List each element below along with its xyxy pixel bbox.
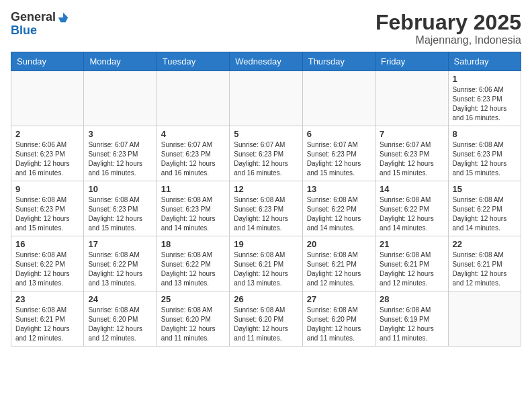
day-info: Sunrise: 6:08 AM Sunset: 6:23 PM Dayligh… xyxy=(161,195,225,233)
calendar-cell: 20Sunrise: 6:08 AM Sunset: 6:21 PM Dayli… xyxy=(302,236,375,291)
day-number: 27 xyxy=(307,294,371,304)
calendar-cell: 23Sunrise: 6:08 AM Sunset: 6:21 PM Dayli… xyxy=(11,291,84,347)
day-info: Sunrise: 6:08 AM Sunset: 6:22 PM Dayligh… xyxy=(88,250,152,288)
day-info: Sunrise: 6:08 AM Sunset: 6:22 PM Dayligh… xyxy=(307,195,371,233)
day-number: 28 xyxy=(380,294,443,304)
calendar-cell: 14Sunrise: 6:08 AM Sunset: 6:22 PM Dayli… xyxy=(375,181,448,236)
day-info: Sunrise: 6:07 AM Sunset: 6:23 PM Dayligh… xyxy=(380,140,443,178)
day-info: Sunrise: 6:08 AM Sunset: 6:20 PM Dayligh… xyxy=(88,306,152,343)
day-info: Sunrise: 6:08 AM Sunset: 6:22 PM Dayligh… xyxy=(453,195,517,233)
calendar-cell xyxy=(157,71,229,126)
day-number: 25 xyxy=(161,294,225,304)
day-info: Sunrise: 6:08 AM Sunset: 6:23 PM Dayligh… xyxy=(88,195,152,233)
calendar-cell: 19Sunrise: 6:08 AM Sunset: 6:21 PM Dayli… xyxy=(230,236,302,291)
calendar-cell: 2Sunrise: 6:06 AM Sunset: 6:23 PM Daylig… xyxy=(11,126,84,181)
calendar-cell xyxy=(375,71,448,126)
calendar-week-row: 9Sunrise: 6:08 AM Sunset: 6:23 PM Daylig… xyxy=(11,181,521,236)
logo: General Blue xyxy=(11,11,69,38)
calendar-table: SundayMondayTuesdayWednesdayThursdayFrid… xyxy=(11,52,521,347)
calendar-cell: 11Sunrise: 6:08 AM Sunset: 6:23 PM Dayli… xyxy=(157,181,229,236)
calendar-week-row: 23Sunrise: 6:08 AM Sunset: 6:21 PM Dayli… xyxy=(11,291,521,347)
day-number: 4 xyxy=(161,129,225,139)
calendar-cell xyxy=(302,71,375,126)
day-info: Sunrise: 6:07 AM Sunset: 6:23 PM Dayligh… xyxy=(307,140,371,178)
calendar-cell: 27Sunrise: 6:08 AM Sunset: 6:20 PM Dayli… xyxy=(302,291,375,347)
calendar-cell: 8Sunrise: 6:08 AM Sunset: 6:23 PM Daylig… xyxy=(448,126,521,181)
day-info: Sunrise: 6:08 AM Sunset: 6:21 PM Dayligh… xyxy=(380,250,443,288)
day-number: 26 xyxy=(234,294,298,304)
calendar-cell: 6Sunrise: 6:07 AM Sunset: 6:23 PM Daylig… xyxy=(302,126,375,181)
calendar-cell: 12Sunrise: 6:08 AM Sunset: 6:23 PM Dayli… xyxy=(230,181,302,236)
calendar-cell: 21Sunrise: 6:08 AM Sunset: 6:21 PM Dayli… xyxy=(375,236,448,291)
day-info: Sunrise: 6:08 AM Sunset: 6:20 PM Dayligh… xyxy=(234,306,298,343)
calendar-cell: 16Sunrise: 6:08 AM Sunset: 6:22 PM Dayli… xyxy=(11,236,84,291)
day-info: Sunrise: 6:06 AM Sunset: 6:23 PM Dayligh… xyxy=(15,140,79,178)
location-title: Majennang, Indonesia xyxy=(375,34,521,46)
calendar-week-row: 2Sunrise: 6:06 AM Sunset: 6:23 PM Daylig… xyxy=(11,126,521,181)
day-number: 7 xyxy=(380,129,443,139)
weekday-header-saturday: Saturday xyxy=(448,52,521,71)
day-number: 18 xyxy=(161,239,225,249)
day-info: Sunrise: 6:08 AM Sunset: 6:23 PM Dayligh… xyxy=(234,195,298,233)
weekday-header-row: SundayMondayTuesdayWednesdayThursdayFrid… xyxy=(11,52,521,71)
day-number: 20 xyxy=(307,239,371,249)
month-title: February 2025 xyxy=(375,11,521,34)
calendar-cell: 3Sunrise: 6:07 AM Sunset: 6:23 PM Daylig… xyxy=(84,126,157,181)
weekday-header-monday: Monday xyxy=(84,52,157,71)
day-info: Sunrise: 6:08 AM Sunset: 6:23 PM Dayligh… xyxy=(15,195,79,233)
calendar-week-row: 1Sunrise: 6:06 AM Sunset: 6:23 PM Daylig… xyxy=(11,71,521,126)
calendar-cell xyxy=(230,71,302,126)
svg-marker-1 xyxy=(58,17,68,22)
day-info: Sunrise: 6:08 AM Sunset: 6:21 PM Dayligh… xyxy=(453,250,517,288)
day-number: 19 xyxy=(234,239,298,249)
title-area: February 2025 Majennang, Indonesia xyxy=(375,11,521,46)
day-info: Sunrise: 6:07 AM Sunset: 6:23 PM Dayligh… xyxy=(88,140,152,178)
weekday-header-friday: Friday xyxy=(375,52,448,71)
calendar-cell: 7Sunrise: 6:07 AM Sunset: 6:23 PM Daylig… xyxy=(375,126,448,181)
calendar-cell: 4Sunrise: 6:07 AM Sunset: 6:23 PM Daylig… xyxy=(157,126,229,181)
day-number: 8 xyxy=(453,129,517,139)
day-info: Sunrise: 6:08 AM Sunset: 6:19 PM Dayligh… xyxy=(380,306,443,343)
day-number: 23 xyxy=(15,294,79,304)
day-info: Sunrise: 6:07 AM Sunset: 6:23 PM Dayligh… xyxy=(234,140,298,178)
calendar-cell xyxy=(84,71,157,126)
day-info: Sunrise: 6:08 AM Sunset: 6:20 PM Dayligh… xyxy=(307,306,371,343)
calendar-cell: 13Sunrise: 6:08 AM Sunset: 6:22 PM Dayli… xyxy=(302,181,375,236)
day-number: 11 xyxy=(161,184,225,194)
day-info: Sunrise: 6:08 AM Sunset: 6:21 PM Dayligh… xyxy=(234,250,298,288)
day-number: 2 xyxy=(15,129,79,139)
weekday-header-tuesday: Tuesday xyxy=(157,52,229,71)
day-number: 17 xyxy=(88,239,152,249)
weekday-header-sunday: Sunday xyxy=(11,52,84,71)
page-header: General Blue February 2025 Majennang, In… xyxy=(11,11,521,46)
logo-icon xyxy=(57,11,69,24)
day-number: 9 xyxy=(15,184,79,194)
calendar-cell: 9Sunrise: 6:08 AM Sunset: 6:23 PM Daylig… xyxy=(11,181,84,236)
calendar-cell: 28Sunrise: 6:08 AM Sunset: 6:19 PM Dayli… xyxy=(375,291,448,347)
calendar-cell: 26Sunrise: 6:08 AM Sunset: 6:20 PM Dayli… xyxy=(230,291,302,347)
day-info: Sunrise: 6:08 AM Sunset: 6:22 PM Dayligh… xyxy=(380,195,443,233)
day-number: 21 xyxy=(380,239,443,249)
calendar-cell: 1Sunrise: 6:06 AM Sunset: 6:23 PM Daylig… xyxy=(448,71,521,126)
svg-marker-0 xyxy=(63,13,68,17)
calendar-week-row: 16Sunrise: 6:08 AM Sunset: 6:22 PM Dayli… xyxy=(11,236,521,291)
day-info: Sunrise: 6:08 AM Sunset: 6:23 PM Dayligh… xyxy=(453,140,517,178)
day-info: Sunrise: 6:08 AM Sunset: 6:21 PM Dayligh… xyxy=(307,250,371,288)
weekday-header-wednesday: Wednesday xyxy=(230,52,302,71)
day-number: 14 xyxy=(380,184,443,194)
calendar-cell: 5Sunrise: 6:07 AM Sunset: 6:23 PM Daylig… xyxy=(230,126,302,181)
day-number: 16 xyxy=(15,239,79,249)
day-info: Sunrise: 6:08 AM Sunset: 6:22 PM Dayligh… xyxy=(15,250,79,288)
day-number: 15 xyxy=(453,184,517,194)
day-number: 24 xyxy=(88,294,152,304)
day-number: 1 xyxy=(453,74,517,84)
calendar-cell: 17Sunrise: 6:08 AM Sunset: 6:22 PM Dayli… xyxy=(84,236,157,291)
calendar-cell: 25Sunrise: 6:08 AM Sunset: 6:20 PM Dayli… xyxy=(157,291,229,347)
day-number: 5 xyxy=(234,129,298,139)
day-info: Sunrise: 6:08 AM Sunset: 6:20 PM Dayligh… xyxy=(161,306,225,343)
day-number: 13 xyxy=(307,184,371,194)
calendar-cell: 15Sunrise: 6:08 AM Sunset: 6:22 PM Dayli… xyxy=(448,181,521,236)
day-number: 12 xyxy=(234,184,298,194)
logo-blue-text: Blue xyxy=(11,24,37,38)
day-number: 10 xyxy=(88,184,152,194)
